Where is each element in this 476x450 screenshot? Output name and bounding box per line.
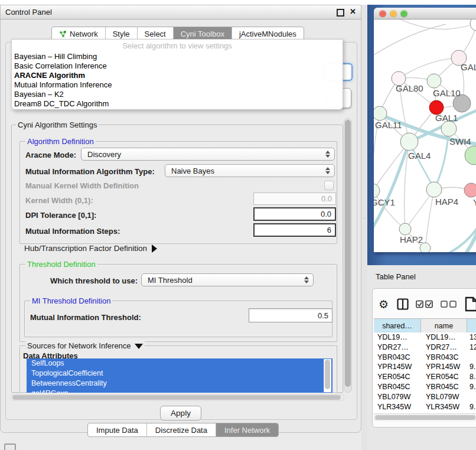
table-row[interactable]: YDR27…YDR27…12	[374, 343, 476, 353]
table-row[interactable]: YIL052CYIL052C9.	[374, 412, 476, 413]
algorithm-dropdown-popup: Select algorithm to view settings Bayesi…	[11, 39, 343, 110]
mi-threshold-field[interactable]: 0.5	[249, 308, 332, 322]
scrollbar-thumb[interactable]	[345, 120, 351, 387]
mi-steps-label: Mutual Information Steps:	[25, 227, 120, 236]
node-label: Y	[473, 197, 476, 207]
node-top-partial[interactable]	[470, 19, 476, 31]
network-edge[interactable]	[425, 190, 434, 248]
table-row[interactable]: YLR345WYLR345W9.	[374, 402, 476, 412]
table-row[interactable]: YDL19…YDL19…13	[374, 332, 476, 343]
field-value: 0.0	[321, 194, 332, 203]
float-window-icon[interactable]	[337, 9, 344, 17]
scrollbar-thumb[interactable]	[12, 395, 341, 400]
node-green-big[interactable]	[465, 146, 476, 165]
table-cell: YBR043C	[374, 353, 421, 363]
collapsed-arrow-icon	[152, 244, 157, 253]
node-hap2[interactable]	[399, 223, 411, 235]
column-header[interactable]: name	[421, 319, 467, 333]
table-toolbar: ⚙	[379, 296, 476, 312]
table-cell: YPR145W	[421, 362, 467, 372]
node-label: HAP4	[435, 197, 458, 207]
vertical-scrollbar[interactable]	[344, 118, 352, 393]
zoom-traffic-light-icon[interactable]	[400, 10, 407, 17]
network-window-titlebar[interactable]	[374, 8, 476, 19]
network-edge[interactable]	[399, 58, 459, 79]
dropdown-item[interactable]: Bayesian – Hill Climbing	[12, 52, 343, 61]
combobox-value: MI Threshold	[148, 276, 193, 285]
which-threshold-combobox[interactable]: MI Threshold	[141, 273, 314, 286]
table-cell: 13	[467, 332, 476, 343]
node-label: GAL4	[408, 151, 431, 161]
hide-columns-icon[interactable]	[441, 300, 457, 308]
show-columns-icon[interactable]	[416, 300, 433, 308]
hub-section-toggle[interactable]: Hub/Transcription Factor Definition	[24, 244, 157, 253]
table-cell: 9.	[467, 412, 476, 413]
table-row[interactable]: YPR145WYPR145W9.	[374, 362, 476, 372]
control-panel-titlebar[interactable]: Control Panel ✕	[1, 5, 361, 19]
columns-icon[interactable]	[397, 298, 409, 310]
network-canvas[interactable]: GALGAL80GAL10GAL1GAL11SWI4GAL4GCY1HAP4YH…	[374, 19, 476, 252]
column-header[interactable]: shared…	[374, 319, 421, 333]
node-gal11[interactable]	[374, 106, 387, 120]
table-row[interactable]: YBR045CYBR045C9.	[374, 382, 476, 392]
horizontal-scrollbar[interactable]	[10, 394, 344, 401]
gear-icon[interactable]: ⚙	[379, 298, 389, 311]
table-cell: 9.	[467, 382, 476, 392]
apply-button[interactable]: Apply	[160, 406, 201, 420]
aracne-mode-label: Aracne Mode:	[25, 151, 76, 159]
column-header[interactable]: A	[467, 319, 476, 333]
node-label: SWI4	[449, 136, 471, 146]
list-item-selected[interactable]: TopologicalCoefficient	[27, 369, 332, 379]
panel-grip-icon[interactable]	[4, 444, 16, 450]
mi-steps-field[interactable]: 6	[253, 223, 336, 237]
table-cell: YER054C	[421, 372, 467, 382]
dropdown-item[interactable]: Bayesian – K2	[12, 90, 343, 99]
aracne-mode-combobox[interactable]: Discovery	[81, 148, 335, 161]
table-cell: YIL052C	[421, 412, 467, 413]
scrollbar-thumb[interactable]	[375, 415, 475, 420]
dropdown-item-highlighted[interactable]: ARACNE Algorithm	[12, 71, 343, 80]
table-horizontal-scrollbar[interactable]	[374, 413, 476, 421]
manual-kernel-width-checkbox[interactable]	[324, 181, 334, 190]
node-swi4[interactable]	[441, 121, 457, 136]
control-panel-window: Control Panel ✕ Network Style Select Cyn…	[0, 5, 361, 433]
table-row[interactable]: YBL079WYBL079W	[374, 392, 476, 402]
dropdown-item[interactable]: Basic Correlation Inference	[12, 61, 343, 71]
minimize-traffic-light-icon[interactable]	[390, 10, 397, 17]
node-gcy1[interactable]	[374, 184, 380, 198]
divider-handle-icon[interactable]: ··	[363, 217, 366, 222]
table-row[interactable]: YBR043CYBR043C	[374, 353, 476, 363]
close-traffic-light-icon[interactable]	[379, 10, 386, 17]
list-item-selected[interactable]: SelfLoops	[27, 358, 332, 369]
kernel-width-label: Kernel Width (0,1):	[25, 196, 93, 205]
node-gal4[interactable]	[400, 133, 418, 151]
export-table-file-icon[interactable]	[464, 296, 476, 312]
close-icon[interactable]: ✕	[350, 7, 356, 16]
sources-section-toggle[interactable]: Sources for Network Inference	[25, 341, 145, 350]
dpi-tolerance-field[interactable]: 0.0	[253, 207, 336, 221]
tab-discretize-data[interactable]: Discretize Data	[147, 423, 216, 436]
mi-algorithm-type-combobox[interactable]: Naive Bayes	[165, 164, 335, 177]
table-cell: YBR043C	[421, 353, 467, 363]
kernel-width-field[interactable]: 0.0	[253, 193, 336, 205]
list-vertical-scrollbar[interactable]	[324, 359, 331, 392]
node-label: GAL1	[435, 113, 458, 123]
split-pane-divider[interactable]	[361, 5, 367, 450]
tab-infer-network[interactable]: Infer Network	[216, 423, 278, 436]
combobox-value: Discovery	[87, 150, 121, 159]
node-hap4[interactable]	[426, 182, 442, 197]
dropdown-prompt: Select algorithm to view settings	[12, 40, 343, 52]
dropdown-item[interactable]: Dream8 DC_TDC Algorithm	[12, 99, 343, 109]
tab-impute-data[interactable]: Impute Data	[88, 423, 147, 436]
tab-label: Discretize Data	[155, 426, 207, 435]
group-title: Cyni Algorithm Settings	[16, 120, 99, 129]
table-row[interactable]: YER054CYER054C8.	[374, 372, 476, 382]
network-view-window[interactable]: GALGAL80GAL10GAL1GAL11SWI4GAL4GCY1HAP4YH…	[374, 8, 476, 252]
node-gal10[interactable]	[427, 74, 441, 88]
scrollbar-thumb[interactable]	[325, 360, 330, 389]
dropdown-item[interactable]: Mutual Information Inference	[12, 80, 343, 90]
list-item-selected[interactable]: BetweennessCentrality	[27, 379, 332, 389]
node-salmon[interactable]	[464, 183, 476, 197]
tab-label: Cyni Toolbox	[181, 30, 224, 38]
list-item-selected[interactable]: gal4RGexp	[27, 389, 332, 393]
